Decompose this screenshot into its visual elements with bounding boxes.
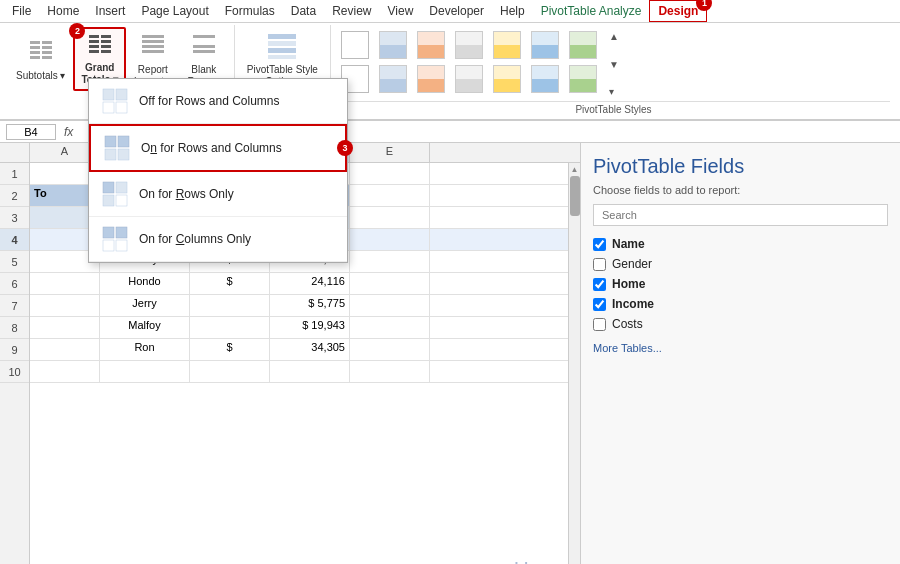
swatch-gray-2[interactable]: [455, 65, 483, 93]
col-header-e[interactable]: E: [350, 143, 430, 162]
pivot-field-costs-checkbox[interactable]: [593, 318, 606, 331]
pivot-search-input[interactable]: [593, 204, 888, 226]
dropdown-item-on-cols-only[interactable]: On for Columns Only: [89, 217, 347, 262]
cell-c8[interactable]: [190, 317, 270, 338]
scroll-thumb[interactable]: [570, 176, 580, 216]
swatch-orange-2[interactable]: [417, 65, 445, 93]
cell-e8[interactable]: [350, 317, 430, 338]
cell-e1[interactable]: [350, 163, 430, 184]
scroll-up-arrow[interactable]: ▲: [571, 165, 579, 174]
cell-d6[interactable]: 24,116: [270, 273, 350, 294]
cell-d8[interactable]: $ 19,943: [270, 317, 350, 338]
svg-rect-25: [268, 48, 296, 53]
pivot-field-name-checkbox[interactable]: [593, 238, 606, 251]
svg-rect-11: [89, 50, 99, 53]
cell-b7[interactable]: Jerry: [100, 295, 190, 316]
cell-a10[interactable]: [30, 361, 100, 382]
swatch-green-1[interactable]: [569, 31, 597, 59]
dropdown-item-on-rows-only[interactable]: On for Rows Only: [89, 172, 347, 217]
swatch-blue-1[interactable]: [379, 31, 407, 59]
svg-rect-18: [142, 45, 164, 48]
cell-e9[interactable]: [350, 339, 430, 360]
dropdown-item-off-rows-cols[interactable]: Off for Rows and Columns: [89, 79, 347, 124]
cell-e6[interactable]: [350, 273, 430, 294]
cell-e4[interactable]: [350, 229, 430, 250]
swatch-gold-2[interactable]: [493, 65, 521, 93]
cell-a6[interactable]: [30, 273, 100, 294]
cell-c10[interactable]: [190, 361, 270, 382]
row-header-8[interactable]: 8: [0, 317, 29, 339]
tab-help[interactable]: Help: [492, 0, 533, 22]
cell-e3[interactable]: [350, 207, 430, 228]
cell-b10[interactable]: [100, 361, 190, 382]
row-header-9[interactable]: 9: [0, 339, 29, 361]
cell-reference-input[interactable]: [6, 124, 56, 140]
row-header-2[interactable]: 2: [0, 185, 29, 207]
swatch-scroll-down[interactable]: ▼: [609, 59, 619, 70]
svg-rect-6: [42, 51, 52, 54]
svg-rect-21: [193, 45, 215, 48]
tab-view[interactable]: View: [380, 0, 422, 22]
swatch-scroll-up[interactable]: ▲: [609, 31, 619, 42]
cell-b6[interactable]: Hondo: [100, 273, 190, 294]
svg-rect-28: [116, 89, 127, 100]
svg-rect-1: [30, 46, 40, 49]
subtotals-button[interactable]: Subtotals ▾: [10, 27, 71, 91]
row-header-4[interactable]: 4: [0, 229, 29, 251]
cell-c9[interactable]: $: [190, 339, 270, 360]
tab-data[interactable]: Data: [283, 0, 324, 22]
cell-b9[interactable]: Ron: [100, 339, 190, 360]
swatch-more[interactable]: ▾: [609, 86, 619, 97]
cell-c6[interactable]: $: [190, 273, 270, 294]
pivot-field-income-checkbox[interactable]: [593, 298, 606, 311]
cell-d7[interactable]: $ 5,775: [270, 295, 350, 316]
cell-c7[interactable]: [190, 295, 270, 316]
swatch-plain-1[interactable]: [341, 31, 369, 59]
tab-review[interactable]: Review: [324, 0, 379, 22]
swatch-gray-1[interactable]: [455, 31, 483, 59]
row-header-3[interactable]: 3: [0, 207, 29, 229]
tab-formulas[interactable]: Formulas: [217, 0, 283, 22]
cell-e7[interactable]: [350, 295, 430, 316]
pivot-field-gender-checkbox[interactable]: [593, 258, 606, 271]
pivot-field-name-label: Name: [612, 237, 645, 251]
cell-a7[interactable]: [30, 295, 100, 316]
grand-totals-icon: [84, 32, 116, 60]
vertical-scrollbar[interactable]: ▲ ▼: [568, 163, 580, 564]
swatch-gold-1[interactable]: [493, 31, 521, 59]
tab-file[interactable]: File: [4, 0, 39, 22]
cell-a9[interactable]: [30, 339, 100, 360]
cell-e2[interactable]: [350, 185, 430, 206]
row-header-1[interactable]: 1: [0, 163, 29, 185]
dropdown-item-on-rows-cols[interactable]: 3 On for Rows and Columns: [89, 124, 347, 172]
svg-rect-23: [268, 34, 296, 39]
tab-insert[interactable]: Insert: [87, 0, 133, 22]
row-header-10[interactable]: 10: [0, 361, 29, 383]
cell-e5[interactable]: [350, 251, 430, 272]
svg-rect-16: [142, 35, 164, 38]
cell-b8[interactable]: Malfoy: [100, 317, 190, 338]
pivot-field-home-checkbox[interactable]: [593, 278, 606, 291]
cell-d9[interactable]: 34,305: [270, 339, 350, 360]
tab-developer[interactable]: Developer: [421, 0, 492, 22]
tab-home[interactable]: Home: [39, 0, 87, 22]
cell-a8[interactable]: [30, 317, 100, 338]
pivot-panel-title: PivotTable Fields: [593, 155, 888, 178]
tab-design[interactable]: Design 1: [649, 0, 707, 22]
cell-d10[interactable]: [270, 361, 350, 382]
tab-page-layout[interactable]: Page Layout: [133, 0, 216, 22]
row-header-7[interactable]: 7: [0, 295, 29, 317]
tab-pivot-analyze[interactable]: PivotTable Analyze: [533, 0, 650, 22]
svg-rect-7: [42, 56, 52, 59]
more-tables-link[interactable]: More Tables...: [593, 342, 888, 354]
swatch-orange-1[interactable]: [417, 31, 445, 59]
swatch-green-2[interactable]: [569, 65, 597, 93]
row-header-5[interactable]: 5: [0, 251, 29, 273]
cell-e10[interactable]: [350, 361, 430, 382]
swatch-bluemed-1[interactable]: [531, 31, 559, 59]
pivot-field-gender-label: Gender: [612, 257, 652, 271]
svg-rect-31: [105, 136, 116, 147]
swatch-bluemed-2[interactable]: [531, 65, 559, 93]
row-header-6[interactable]: 6: [0, 273, 29, 295]
swatch-blue-2[interactable]: [379, 65, 407, 93]
